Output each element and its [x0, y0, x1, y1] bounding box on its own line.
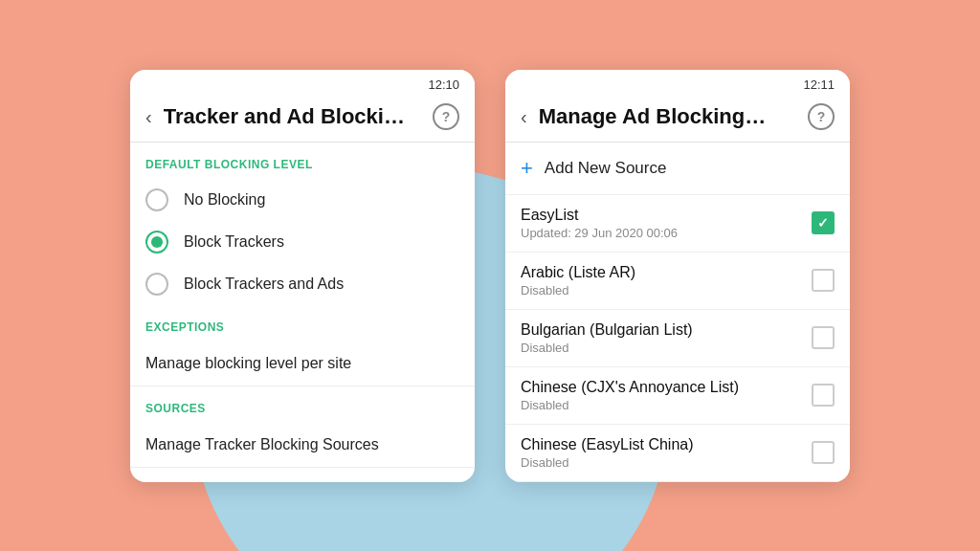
source-name-chinese-cjx: Chinese (CJX's Annoyance List)	[521, 379, 812, 396]
radio-label-no-blocking: No Blocking	[184, 191, 265, 209]
source-arabic[interactable]: Arabic (Liste AR) Disabled	[505, 253, 850, 310]
left-help-button[interactable]: ?	[433, 103, 459, 130]
source-name-arabic: Arabic (Liste AR)	[521, 264, 812, 281]
manage-blocking-per-site[interactable]: Manage blocking level per site	[130, 342, 475, 386]
left-section-label-sources: SOURCES	[130, 386, 475, 423]
right-help-button[interactable]: ?	[808, 103, 835, 130]
right-header: ‹ Manage Ad Blocking… ?	[505, 96, 850, 143]
left-time: 12:10	[428, 77, 459, 92]
left-section-label-blocking: DEFAULT BLOCKING LEVEL	[130, 143, 475, 179]
source-info-chinese-cjx: Chinese (CJX's Annoyance List) Disabled	[521, 379, 812, 412]
add-new-source-label: Add New Source	[545, 159, 667, 178]
source-easylist[interactable]: EasyList Updated: 29 Jun 2020 00:06	[505, 195, 850, 253]
radio-block-trackers-ads[interactable]: Block Trackers and Ads	[130, 263, 475, 305]
add-new-source-row[interactable]: + Add New Source	[505, 143, 850, 195]
radio-circle-no-blocking	[145, 188, 168, 211]
left-back-button[interactable]: ‹	[145, 107, 152, 126]
manage-tracker-blocking-sources[interactable]: Manage Tracker Blocking Sources	[130, 423, 475, 468]
phones-container: 12:10 ‹ Tracker and Ad Blocki… ? DEFAULT…	[130, 70, 850, 482]
source-bulgarian[interactable]: Bulgarian (Bulgarian List) Disabled	[505, 310, 850, 367]
source-sub-chinese-easylist: Disabled	[521, 455, 812, 470]
left-content: DEFAULT BLOCKING LEVEL No Blocking Block…	[130, 143, 475, 468]
source-info-bulgarian: Bulgarian (Bulgarian List) Disabled	[521, 321, 812, 355]
right-back-button[interactable]: ‹	[521, 107, 527, 126]
right-content: + Add New Source EasyList Updated: 29 Ju…	[505, 143, 850, 482]
left-phone-card: 12:10 ‹ Tracker and Ad Blocki… ? DEFAULT…	[130, 70, 475, 482]
source-sub-chinese-cjx: Disabled	[521, 398, 812, 412]
radio-block-trackers[interactable]: Block Trackers	[130, 221, 475, 263]
source-info-chinese-easylist: Chinese (EasyList China) Disabled	[521, 436, 812, 470]
source-name-bulgarian: Bulgarian (Bulgarian List)	[521, 321, 812, 339]
plus-icon: +	[521, 156, 533, 181]
right-header-title: Manage Ad Blocking…	[539, 104, 796, 129]
radio-circle-block-trackers-ads	[145, 273, 168, 296]
radio-label-block-trackers: Block Trackers	[184, 233, 284, 251]
source-sub-bulgarian: Disabled	[521, 341, 812, 355]
source-name-chinese-easylist: Chinese (EasyList China)	[521, 436, 812, 453]
checkbox-easylist[interactable]	[812, 211, 835, 234]
source-name-easylist: EasyList	[521, 207, 812, 224]
left-header-title: Tracker and Ad Blocki…	[164, 104, 421, 129]
right-phone-card: 12:11 ‹ Manage Ad Blocking… ? + Add New …	[505, 70, 850, 482]
right-time: 12:11	[803, 77, 835, 92]
left-section-label-exceptions: EXCEPTIONS	[130, 305, 475, 342]
radio-label-block-trackers-ads: Block Trackers and Ads	[184, 276, 344, 293]
checkbox-chinese-easylist[interactable]	[812, 441, 835, 464]
checkbox-chinese-cjx[interactable]	[812, 384, 835, 407]
checkbox-arabic[interactable]	[812, 269, 835, 292]
source-sub-arabic: Disabled	[521, 283, 812, 298]
source-chinese-cjx[interactable]: Chinese (CJX's Annoyance List) Disabled	[505, 367, 850, 425]
left-status-bar: 12:10	[130, 70, 475, 96]
source-sub-easylist: Updated: 29 Jun 2020 00:06	[521, 226, 812, 240]
right-status-bar: 12:11	[505, 70, 850, 96]
radio-circle-block-trackers	[145, 231, 168, 253]
source-chinese-easylist[interactable]: Chinese (EasyList China) Disabled	[505, 425, 850, 482]
left-header: ‹ Tracker and Ad Blocki… ?	[130, 96, 475, 143]
radio-no-blocking[interactable]: No Blocking	[130, 179, 475, 221]
source-info-easylist: EasyList Updated: 29 Jun 2020 00:06	[521, 207, 812, 240]
checkbox-bulgarian[interactable]	[812, 326, 835, 349]
source-info-arabic: Arabic (Liste AR) Disabled	[521, 264, 812, 298]
